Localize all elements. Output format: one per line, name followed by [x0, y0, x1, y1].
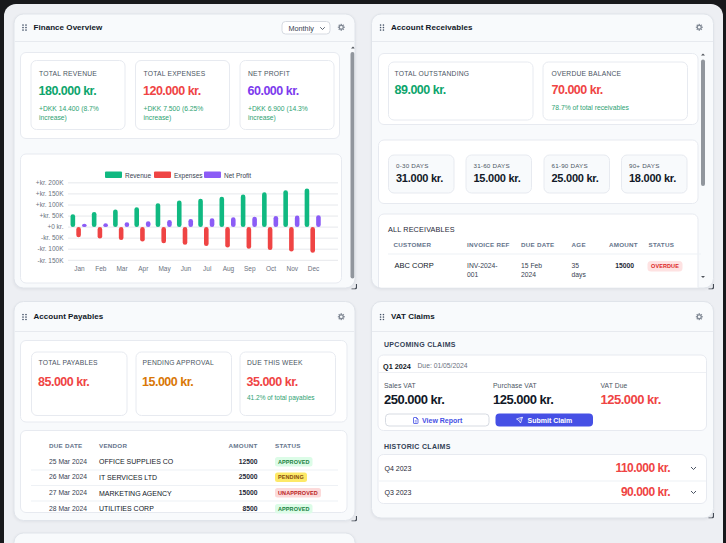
svg-text:Sep: Sep — [244, 265, 256, 273]
svg-text:May: May — [158, 265, 171, 273]
svg-text:Jul: Jul — [203, 265, 212, 272]
svg-text:Net Profit: Net Profit — [224, 172, 251, 179]
svg-text:Jan: Jan — [74, 265, 85, 272]
svg-text:+kr. 150K: +kr. 150K — [36, 190, 64, 197]
svg-text:-kr. 150K: -kr. 150K — [37, 257, 64, 264]
svg-text:Jun: Jun — [181, 265, 192, 272]
svg-text:Feb: Feb — [95, 265, 107, 272]
svg-text:Mar: Mar — [116, 265, 128, 272]
svg-text:+0 kr.: +0 kr. — [47, 223, 63, 230]
svg-text:Oct: Oct — [266, 265, 276, 272]
svg-text:+kr. 100K: +kr. 100K — [36, 201, 64, 208]
svg-text:Apr: Apr — [138, 265, 149, 273]
svg-text:Nov: Nov — [287, 265, 299, 272]
svg-text:Expenses: Expenses — [174, 172, 203, 180]
svg-text:-kr. 100K: -kr. 100K — [37, 245, 64, 252]
svg-text:+kr. 200K: +kr. 200K — [36, 179, 64, 186]
svg-text:+kr. 50K: +kr. 50K — [39, 212, 64, 219]
svg-text:-kr. 50K: -kr. 50K — [41, 234, 64, 241]
svg-text:Dec: Dec — [308, 265, 320, 272]
svg-text:Aug: Aug — [223, 265, 235, 273]
svg-text:Revenue: Revenue — [125, 172, 151, 179]
